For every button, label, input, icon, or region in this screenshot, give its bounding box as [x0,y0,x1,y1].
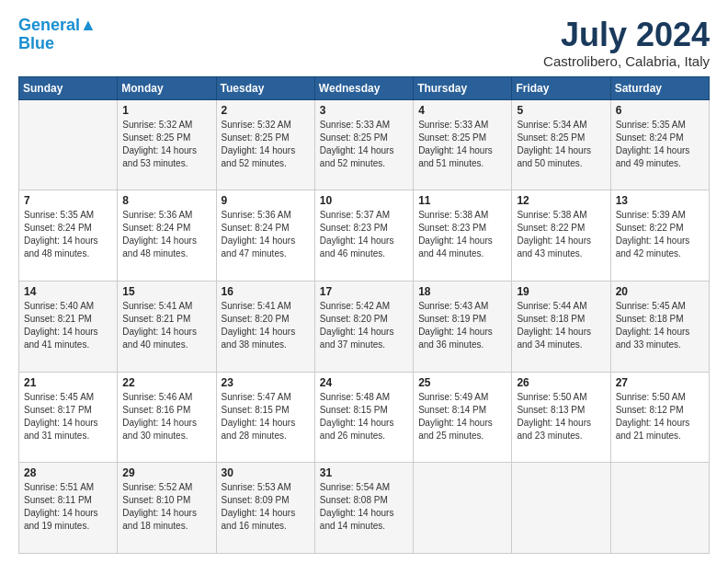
calendar-table: SundayMondayTuesdayWednesdayThursdayFrid… [18,76,710,554]
day-number: 30 [222,466,310,479]
calendar-cell: 9Sunrise: 5:36 AM Sunset: 8:24 PM Daylig… [216,190,314,282]
day-number: 23 [222,376,310,389]
calendar-cell: 13Sunrise: 5:39 AM Sunset: 8:22 PM Dayli… [610,190,709,282]
day-number: 27 [616,376,704,389]
day-number: 9 [222,194,310,207]
day-info: Sunrise: 5:41 AM Sunset: 8:21 PM Dayligh… [122,300,210,351]
logo-general: General [18,16,80,34]
day-info: Sunrise: 5:47 AM Sunset: 8:15 PM Dayligh… [222,391,310,442]
week-row-3: 14Sunrise: 5:40 AM Sunset: 8:21 PM Dayli… [19,281,710,372]
day-number: 10 [320,194,408,207]
day-number: 20 [616,285,704,298]
calendar-cell: 6Sunrise: 5:35 AM Sunset: 8:24 PM Daylig… [610,99,709,190]
day-number: 8 [122,194,210,207]
day-number: 17 [320,285,408,298]
calendar-cell: 26Sunrise: 5:50 AM Sunset: 8:13 PM Dayli… [512,372,610,463]
calendar-cell: 14Sunrise: 5:40 AM Sunset: 8:21 PM Dayli… [19,281,118,372]
week-row-1: 1Sunrise: 5:32 AM Sunset: 8:25 PM Daylig… [19,99,710,190]
calendar-cell: 4Sunrise: 5:33 AM Sunset: 8:25 PM Daylig… [414,99,512,190]
title-block: July 2024 Castrolibero, Calabria, Italy [543,17,710,69]
calendar-cell: 19Sunrise: 5:44 AM Sunset: 8:18 PM Dayli… [512,281,610,372]
calendar-cell: 8Sunrise: 5:36 AM Sunset: 8:24 PM Daylig… [118,190,216,282]
main-title: July 2024 [543,17,710,53]
day-info: Sunrise: 5:38 AM Sunset: 8:22 PM Dayligh… [517,209,605,260]
day-number: 24 [320,376,408,389]
day-number: 18 [418,285,506,298]
header-day-friday: Friday [512,76,610,99]
day-info: Sunrise: 5:33 AM Sunset: 8:25 PM Dayligh… [418,119,506,170]
day-number: 15 [122,285,210,298]
day-number: 3 [320,104,408,117]
day-info: Sunrise: 5:38 AM Sunset: 8:23 PM Dayligh… [418,209,506,260]
calendar-cell: 11Sunrise: 5:38 AM Sunset: 8:23 PM Dayli… [414,190,512,282]
calendar-cell: 20Sunrise: 5:45 AM Sunset: 8:18 PM Dayli… [610,281,709,372]
day-number: 25 [418,376,506,389]
day-info: Sunrise: 5:32 AM Sunset: 8:25 PM Dayligh… [222,119,310,170]
day-number: 16 [222,285,310,298]
day-number: 7 [24,194,112,207]
day-info: Sunrise: 5:43 AM Sunset: 8:19 PM Dayligh… [418,300,506,351]
logo-blue: Blue [18,34,54,52]
calendar-cell: 7Sunrise: 5:35 AM Sunset: 8:24 PM Daylig… [19,190,118,282]
calendar-cell: 16Sunrise: 5:41 AM Sunset: 8:20 PM Dayli… [216,281,314,372]
day-info: Sunrise: 5:52 AM Sunset: 8:10 PM Dayligh… [122,481,210,533]
day-number: 13 [616,194,704,207]
day-number: 4 [418,104,506,117]
day-number: 2 [222,104,310,117]
calendar-cell [512,463,610,554]
day-info: Sunrise: 5:39 AM Sunset: 8:22 PM Dayligh… [616,209,704,260]
calendar-cell: 27Sunrise: 5:50 AM Sunset: 8:12 PM Dayli… [610,372,709,463]
logo: General▲ Blue [18,17,97,53]
week-row-2: 7Sunrise: 5:35 AM Sunset: 8:24 PM Daylig… [19,190,710,282]
calendar-cell: 2Sunrise: 5:32 AM Sunset: 8:25 PM Daylig… [216,99,314,190]
calendar-cell: 31Sunrise: 5:54 AM Sunset: 8:08 PM Dayli… [314,463,413,554]
week-row-4: 21Sunrise: 5:45 AM Sunset: 8:17 PM Dayli… [19,372,710,463]
header-day-thursday: Thursday [414,76,512,99]
day-number: 19 [517,285,605,298]
calendar-cell: 1Sunrise: 5:32 AM Sunset: 8:25 PM Daylig… [118,99,216,190]
day-number: 11 [418,194,506,207]
header: General▲ Blue July 2024 Castrolibero, Ca… [18,17,710,69]
calendar-cell: 28Sunrise: 5:51 AM Sunset: 8:11 PM Dayli… [19,463,118,554]
day-info: Sunrise: 5:48 AM Sunset: 8:15 PM Dayligh… [320,391,408,442]
week-row-5: 28Sunrise: 5:51 AM Sunset: 8:11 PM Dayli… [19,463,710,554]
day-info: Sunrise: 5:33 AM Sunset: 8:25 PM Dayligh… [320,119,408,170]
header-day-wednesday: Wednesday [314,76,413,99]
header-day-tuesday: Tuesday [216,76,314,99]
day-number: 14 [24,285,112,298]
calendar-cell: 22Sunrise: 5:46 AM Sunset: 8:16 PM Dayli… [118,372,216,463]
day-number: 28 [24,466,112,479]
calendar-cell: 25Sunrise: 5:49 AM Sunset: 8:14 PM Dayli… [414,372,512,463]
header-day-sunday: Sunday [19,76,118,99]
day-info: Sunrise: 5:45 AM Sunset: 8:17 PM Dayligh… [24,391,112,442]
header-day-saturday: Saturday [610,76,709,99]
day-number: 31 [320,466,408,479]
day-info: Sunrise: 5:36 AM Sunset: 8:24 PM Dayligh… [222,209,310,260]
day-info: Sunrise: 5:50 AM Sunset: 8:12 PM Dayligh… [616,391,704,442]
day-info: Sunrise: 5:40 AM Sunset: 8:21 PM Dayligh… [24,300,112,351]
day-info: Sunrise: 5:44 AM Sunset: 8:18 PM Dayligh… [517,300,605,351]
calendar-cell: 15Sunrise: 5:41 AM Sunset: 8:21 PM Dayli… [118,281,216,372]
day-info: Sunrise: 5:50 AM Sunset: 8:13 PM Dayligh… [517,391,605,442]
day-info: Sunrise: 5:32 AM Sunset: 8:25 PM Dayligh… [122,119,210,170]
calendar-body: 1Sunrise: 5:32 AM Sunset: 8:25 PM Daylig… [19,99,710,553]
header-day-monday: Monday [118,76,216,99]
day-info: Sunrise: 5:41 AM Sunset: 8:20 PM Dayligh… [222,300,310,351]
logo-icon-shape: ▲ [80,16,97,34]
calendar-cell: 18Sunrise: 5:43 AM Sunset: 8:19 PM Dayli… [414,281,512,372]
calendar-cell: 21Sunrise: 5:45 AM Sunset: 8:17 PM Dayli… [19,372,118,463]
day-number: 29 [122,466,210,479]
calendar-cell: 10Sunrise: 5:37 AM Sunset: 8:23 PM Dayli… [314,190,413,282]
calendar-cell: 12Sunrise: 5:38 AM Sunset: 8:22 PM Dayli… [512,190,610,282]
day-info: Sunrise: 5:54 AM Sunset: 8:08 PM Dayligh… [320,481,408,533]
calendar-header: SundayMondayTuesdayWednesdayThursdayFrid… [19,76,710,99]
day-info: Sunrise: 5:35 AM Sunset: 8:24 PM Dayligh… [24,209,112,260]
calendar-cell: 23Sunrise: 5:47 AM Sunset: 8:15 PM Dayli… [216,372,314,463]
calendar-cell: 3Sunrise: 5:33 AM Sunset: 8:25 PM Daylig… [314,99,413,190]
day-number: 6 [616,104,704,117]
subtitle: Castrolibero, Calabria, Italy [543,53,710,69]
calendar-cell [19,99,118,190]
day-info: Sunrise: 5:36 AM Sunset: 8:24 PM Dayligh… [122,209,210,260]
header-row: SundayMondayTuesdayWednesdayThursdayFrid… [19,76,710,99]
day-number: 26 [517,376,605,389]
